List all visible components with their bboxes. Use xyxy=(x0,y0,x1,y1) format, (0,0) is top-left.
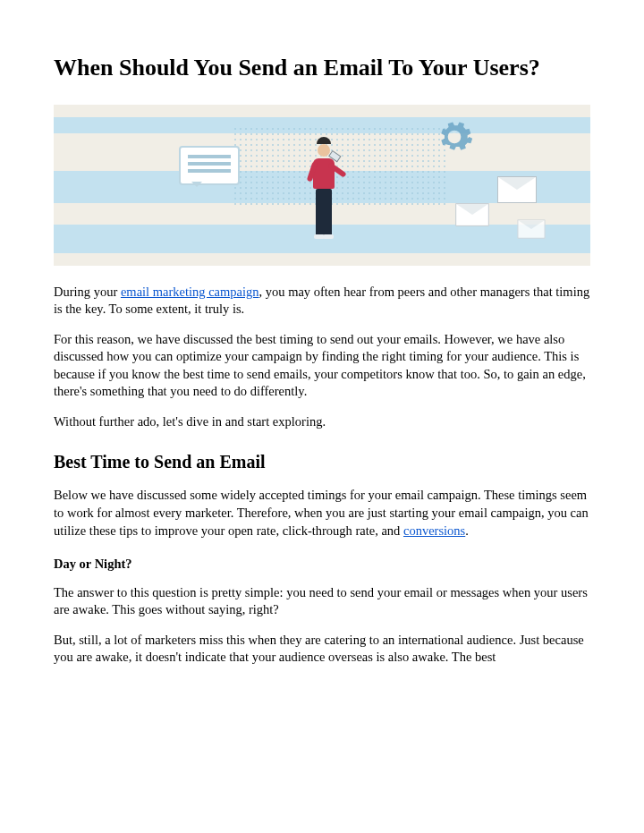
link-email-marketing-campaign[interactable]: email marketing campaign xyxy=(121,285,259,299)
text: Below we have discussed some widely acce… xyxy=(54,488,589,537)
speech-bubble-icon xyxy=(179,146,240,185)
svg-point-0 xyxy=(450,132,458,140)
paragraph: Below we have discussed some widely acce… xyxy=(54,487,590,540)
paragraph: But, still, a lot of marketers miss this… xyxy=(54,632,590,667)
paragraph: The answer to this question is pretty si… xyxy=(54,584,590,619)
text: During your xyxy=(54,285,121,299)
person-with-phone-icon xyxy=(304,149,343,257)
envelope-icon xyxy=(497,176,537,203)
subheading-day-or-night: Day or Night? xyxy=(54,556,590,574)
link-conversions[interactable]: conversions xyxy=(403,523,465,538)
envelope-icon xyxy=(455,203,488,226)
section-heading: Best Time to Send an Email xyxy=(54,450,590,474)
paragraph: Without further ado, let's dive in and s… xyxy=(54,413,590,431)
hero-illustration xyxy=(54,105,590,266)
gear-icon xyxy=(435,117,474,157)
envelope-icon xyxy=(518,219,546,238)
text: . xyxy=(465,523,469,538)
page-title: When Should You Send an Email To Your Us… xyxy=(54,54,590,83)
paragraph-intro: During your email marketing campaign, yo… xyxy=(54,284,590,319)
paragraph: For this reason, we have discussed the b… xyxy=(54,331,590,401)
